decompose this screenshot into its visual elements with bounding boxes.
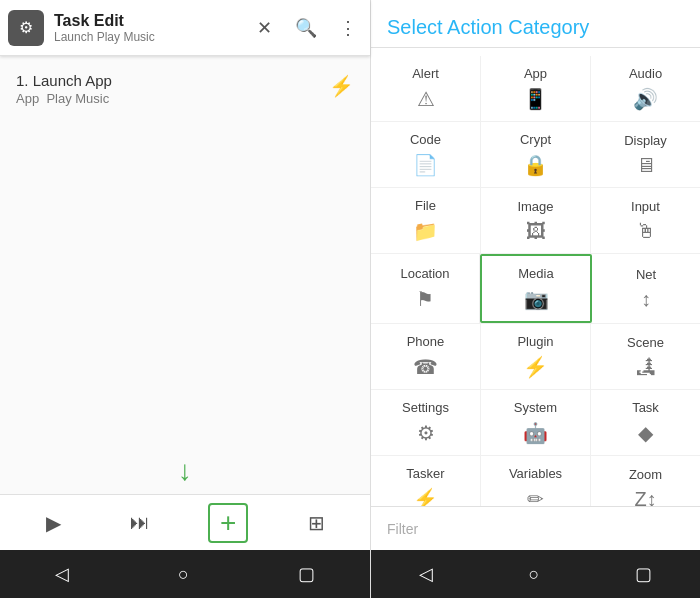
bottom-controls: ↓ ▶ ⏭ + ⊞ [0,494,370,550]
category-row-6: Tasker⚡Variables✏ZoomZ↕ [371,456,700,506]
category-cell-tasker[interactable]: Tasker⚡ [371,456,481,506]
variables-icon: ✏ [527,487,544,506]
category-cell-crypt[interactable]: Crypt🔒 [481,122,591,187]
cell-label: Media [518,266,553,281]
skip-button[interactable]: ⏭ [122,505,158,541]
cell-label: Scene [627,335,664,350]
toolbar-subtitle: Launch Play Music [54,30,250,44]
recent-nav-icon[interactable]: ▢ [298,563,315,585]
category-cell-display[interactable]: Display🖥 [591,122,700,187]
net-icon: ↕ [641,288,651,311]
lightning-icon: ⚡ [329,74,354,98]
alert-icon: ⚠ [417,87,435,111]
zoom-icon: Z↕ [634,488,656,507]
close-button[interactable]: ✕ [250,14,278,42]
cell-label: Location [400,266,449,281]
category-cell-image[interactable]: Image🖼 [481,188,591,253]
plugin-icon: ⚡ [523,355,548,379]
category-grid: Alert⚠App📱Audio🔊Code📄Crypt🔒Display🖥File📁… [371,48,700,506]
cell-label: Crypt [520,132,551,147]
filter-label[interactable]: Filter [387,521,418,537]
cell-label: Zoom [629,467,662,482]
code-icon: 📄 [413,153,438,177]
back-nav-icon[interactable]: ◁ [55,563,69,585]
more-button[interactable]: ⋮ [334,14,362,42]
cell-label: Image [517,199,553,214]
toolbar-title: Task Edit [54,11,250,30]
app-icon: 📱 [523,87,548,111]
category-row-3: Location⚑Media📷Net↕ [371,254,700,324]
category-cell-task[interactable]: Task◆ [591,390,700,455]
category-cell-plugin[interactable]: Plugin⚡ [481,324,591,389]
category-cell-net[interactable]: Net↕ [592,254,700,323]
right-back-nav-icon[interactable]: ◁ [419,563,433,585]
cell-label: Plugin [517,334,553,349]
right-recent-nav-icon[interactable]: ▢ [635,563,652,585]
category-cell-phone[interactable]: Phone☎ [371,324,481,389]
cell-label: Phone [407,334,445,349]
settings-icon: ⚙ [417,421,435,445]
crypt-icon: 🔒 [523,153,548,177]
cell-label: Net [636,267,656,282]
tasker-icon: ⚡ [413,487,438,506]
task-icon: ◆ [638,421,653,445]
input-icon: 🖱 [636,220,656,243]
category-row-4: Phone☎Plugin⚡Scene🏞 [371,324,700,390]
phone-icon: ☎ [413,355,438,379]
toolbar-actions: ✕ 🔍 ⋮ [250,14,362,42]
grid-button[interactable]: ⊞ [299,505,335,541]
category-cell-scene[interactable]: Scene🏞 [591,324,700,389]
category-cell-file[interactable]: File📁 [371,188,481,253]
cell-label: Task [632,400,659,415]
location-icon: ⚑ [416,287,434,311]
cell-label: Settings [402,400,449,415]
category-row-5: Settings⚙System🤖Task◆ [371,390,700,456]
category-cell-variables[interactable]: Variables✏ [481,456,591,506]
category-cell-app[interactable]: App📱 [481,56,591,121]
category-row-0: Alert⚠App📱Audio🔊 [371,56,700,122]
cell-label: Variables [509,466,562,481]
category-cell-alert[interactable]: Alert⚠ [371,56,481,121]
system-icon: 🤖 [523,421,548,445]
category-cell-zoom[interactable]: ZoomZ↕ [591,456,700,506]
filter-bar[interactable]: Filter [371,506,700,550]
category-cell-media[interactable]: Media📷 [480,254,592,323]
category-cell-location[interactable]: Location⚑ [371,254,480,323]
cell-label: Display [624,133,667,148]
cell-label: File [415,198,436,213]
category-cell-audio[interactable]: Audio🔊 [591,56,700,121]
dialog-header: Select Action Category [371,0,700,48]
play-button[interactable]: ▶ [35,505,71,541]
right-panel: Select Action Category Alert⚠App📱Audio🔊C… [370,0,700,598]
task-edit-toolbar: ⚙ Task Edit Launch Play Music ✕ 🔍 ⋮ [0,0,370,56]
cell-label: Alert [412,66,439,81]
media-icon: 📷 [524,287,549,311]
home-nav-icon[interactable]: ○ [178,564,189,585]
task-item-subtitle: App Play Music [16,91,112,106]
left-panel: ⚙ Task Edit Launch Play Music ✕ 🔍 ⋮ 1. L… [0,0,370,598]
category-cell-system[interactable]: System🤖 [481,390,591,455]
toolbar-titles: Task Edit Launch Play Music [54,11,250,44]
add-action-button[interactable]: + [208,503,248,543]
category-cell-code[interactable]: Code📄 [371,122,481,187]
scene-icon: 🏞 [636,356,656,379]
cell-label: Input [631,199,660,214]
category-row-1: Code📄Crypt🔒Display🖥 [371,122,700,188]
cell-label: App [524,66,547,81]
cell-label: Code [410,132,441,147]
right-home-nav-icon[interactable]: ○ [529,564,540,585]
dialog-title: Select Action Category [387,16,684,39]
right-nav-bar: ◁ ○ ▢ [371,550,700,598]
category-cell-input[interactable]: Input🖱 [591,188,700,253]
app-icon: ⚙ [8,10,44,46]
task-content: 1. Launch App App Play Music ⚡ [0,56,370,494]
file-icon: 📁 [413,219,438,243]
image-icon: 🖼 [526,220,546,243]
task-item[interactable]: 1. Launch App App Play Music ⚡ [16,72,354,106]
category-cell-settings[interactable]: Settings⚙ [371,390,481,455]
category-row-2: File📁Image🖼Input🖱 [371,188,700,254]
search-button[interactable]: 🔍 [292,14,320,42]
cell-label: Tasker [406,466,444,481]
task-item-title: 1. Launch App [16,72,112,89]
task-item-info: 1. Launch App App Play Music [16,72,112,106]
